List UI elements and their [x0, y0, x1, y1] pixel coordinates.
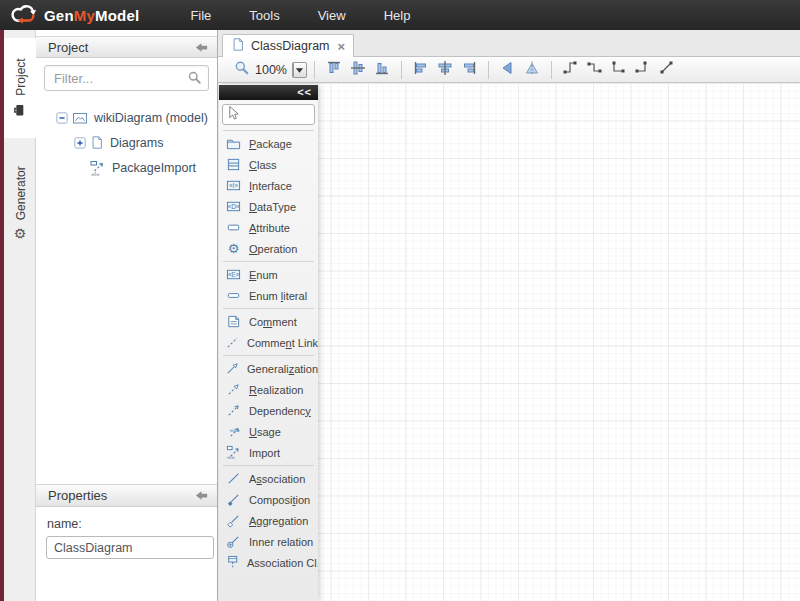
palette-item-composition[interactable]: Composition — [219, 489, 318, 510]
align-top-button[interactable] — [322, 59, 346, 81]
diagram-canvas[interactable]: << PackageClass«I»Interface«D»DataTypeAt… — [218, 83, 800, 601]
align-bottom-button[interactable] — [370, 59, 394, 81]
palette-item-generalization[interactable]: Generalization — [219, 358, 318, 379]
tab-classdiagram[interactable]: ClassDiagram × — [222, 34, 354, 57]
palette-item-comment-link[interactable]: Comment Link — [219, 332, 318, 353]
flip-horizontal-button[interactable] — [520, 59, 544, 81]
palette-item-label: Package — [249, 138, 292, 150]
align-left-button[interactable] — [409, 59, 433, 81]
connector-corner-bl-button[interactable] — [607, 59, 631, 81]
palette-item-realization[interactable]: Realization — [219, 379, 318, 400]
palette-item-enum-literal[interactable]: Enum literal — [219, 285, 318, 306]
selection-tool-button[interactable] — [222, 104, 315, 125]
tab-close-icon[interactable]: × — [338, 40, 346, 53]
palette-item-import[interactable]: «I»Import — [219, 442, 318, 463]
properties-collapse-button[interactable] — [193, 488, 209, 504]
main-area: ClassDiagram × 100% << Pack — [218, 30, 800, 601]
palette-item-label: Association Cl... — [247, 557, 318, 569]
palette-separator — [223, 355, 314, 356]
menu-view[interactable]: View — [304, 2, 360, 29]
sidebar-tab-project[interactable]: Project — [4, 38, 36, 138]
sidebar-tab-strip: Project⚙Generator — [4, 30, 36, 601]
model-tree: wikiDiagram (model)Diagrams«I»PackageImp… — [36, 95, 217, 484]
palette-item-attribute[interactable]: Attribute — [219, 217, 318, 238]
properties-content: name: — [36, 507, 217, 601]
magnifier-icon — [234, 60, 250, 79]
palette-item-association-cl[interactable]: Association Cl... — [219, 552, 318, 573]
align-top-icon — [325, 59, 343, 80]
palette-item-operation[interactable]: ⚙Operation — [219, 238, 318, 259]
svg-text:«u»: «u» — [230, 426, 241, 433]
tree-node-label: Diagrams — [110, 136, 164, 150]
filter-input[interactable] — [44, 65, 209, 91]
genmymodel-logo[interactable]: GenMyModel — [8, 2, 139, 29]
connector-step-button[interactable] — [559, 59, 583, 81]
palette-item-label: Inner relation — [249, 536, 313, 548]
align-right-button[interactable] — [457, 59, 481, 81]
palette-items: PackageClass«I»Interface«D»DataTypeAttri… — [219, 128, 318, 601]
palette-item-usage[interactable]: «u»Usage — [219, 421, 318, 442]
menu-tools[interactable]: Tools — [235, 2, 293, 29]
flip-left-icon — [499, 59, 517, 80]
palette-item-label: Realization — [249, 384, 303, 396]
composition-icon — [225, 492, 242, 507]
palette-collapse-button[interactable]: << — [297, 87, 312, 98]
palette-item-dependency[interactable]: Dependency — [219, 400, 318, 421]
connector-zigzag-button[interactable] — [583, 59, 607, 81]
palette-item-label: Import — [249, 447, 280, 459]
align-left-icon — [412, 59, 430, 80]
left-panel: Project wikiDiagram (model)Diagrams«I»Pa… — [36, 30, 218, 601]
tree-node-diagrams[interactable]: Diagrams — [40, 130, 213, 155]
palette-item-enum[interactable]: «E»Enum — [219, 264, 318, 285]
dependency-icon — [225, 403, 242, 418]
name-field[interactable] — [46, 536, 214, 559]
name-field-label: name: — [47, 517, 207, 531]
comment-link-icon — [225, 335, 240, 350]
palette-item-interface[interactable]: «I»Interface — [219, 175, 318, 196]
palette-item-label: Attribute — [249, 222, 290, 234]
connector-corner-br-button[interactable] — [631, 59, 655, 81]
import-icon: «I» — [225, 445, 242, 460]
palette-item-class[interactable]: Class — [219, 154, 318, 175]
svg-text:«E»: «E» — [228, 271, 240, 278]
attribute-icon — [225, 220, 242, 235]
sidebar-tab-generator[interactable]: ⚙Generator — [4, 148, 36, 258]
properties-panel-title: Properties — [48, 488, 193, 503]
zoom-control[interactable]: 100% — [234, 60, 307, 79]
palette-item-comment[interactable]: Comment — [219, 311, 318, 332]
align-middle-button[interactable] — [346, 59, 370, 81]
palette-item-label: Comment — [249, 316, 297, 328]
flip-left-button[interactable] — [496, 59, 520, 81]
palette-item-label: DataType — [249, 201, 296, 213]
generalization-icon — [225, 361, 240, 376]
menu-file[interactable]: File — [176, 2, 225, 29]
palette-item-package[interactable]: Package — [219, 133, 318, 154]
connector-diagonal-button[interactable] — [655, 59, 679, 81]
palette-item-label: Comment Link — [247, 337, 318, 349]
tree-node-packageimport[interactable]: «I»PackageImport — [40, 155, 213, 180]
menu-help[interactable]: Help — [370, 2, 425, 29]
svg-text:«I»: «I» — [91, 170, 100, 176]
expand-node-icon[interactable] — [74, 137, 86, 149]
connector-step-icon — [562, 59, 580, 80]
toolbar-separator — [488, 61, 489, 79]
palette-item-association[interactable]: Association — [219, 468, 318, 489]
tree-node-wikidiagram-model-[interactable]: wikiDiagram (model) — [40, 105, 213, 130]
gear-icon: ⚙ — [13, 227, 28, 240]
palette-item-datatype[interactable]: «D»DataType — [219, 196, 318, 217]
palette-item-label: Association — [249, 473, 305, 485]
connector-corner-bl-icon — [610, 59, 628, 80]
palette-item-inner-relation[interactable]: Inner relation — [219, 531, 318, 552]
diagram-file-icon — [231, 37, 245, 55]
document-tab-bar: ClassDiagram × — [218, 30, 800, 57]
properties-panel-header: Properties — [36, 485, 217, 507]
project-collapse-button[interactable] — [193, 39, 209, 55]
project-panel-title: Project — [48, 40, 193, 55]
zoom-dropdown-button[interactable] — [292, 62, 307, 78]
palette-item-label: Aggregation — [249, 515, 308, 527]
interface-icon: «I» — [225, 178, 242, 193]
svg-text:«I»: «I» — [229, 182, 238, 189]
palette-item-aggregation[interactable]: Aggregation — [219, 510, 318, 531]
collapse-node-icon[interactable] — [56, 112, 68, 124]
align-center-button[interactable] — [433, 59, 457, 81]
